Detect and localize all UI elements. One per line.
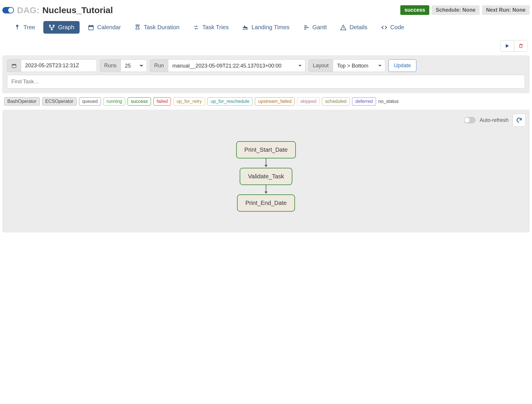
tab-label: Details [349,24,367,31]
operator-chip[interactable]: BashOperator [4,97,40,106]
tab-label: Gantt [313,24,327,31]
status-chip-skipped[interactable]: skipped [297,97,320,106]
runs-group: Runs 25 [100,59,147,72]
task-node[interactable]: Print_Start_Date [236,141,296,158]
status-chip-up-for-reschedule[interactable]: up_for_reschedule [207,97,253,106]
status-badge: success [400,5,429,15]
calendar-icon [88,24,94,31]
tab-tree[interactable]: Tree [9,21,40,34]
tab-gantt[interactable]: Gantt [298,21,332,34]
refresh-icon [516,117,522,123]
status-chip-running[interactable]: running [103,97,125,106]
update-button[interactable]: Update [388,59,416,72]
gantt-icon [303,24,310,31]
auto-refresh-toggle[interactable] [464,117,476,123]
tab-task-tries[interactable]: Task Tries [188,21,234,34]
run-label: Run [150,59,168,72]
svg-rect-2 [49,25,51,26]
dag-title: Nucleus_Tutorial [42,5,113,15]
dag-action-buttons [500,40,528,52]
tab-label: Task Tries [202,24,229,31]
task-node[interactable]: Print_End_Date [237,194,295,212]
svg-rect-10 [12,64,16,65]
status-chip-failed[interactable]: failed [153,97,171,106]
status-chip-success[interactable]: success [128,97,151,106]
edge-arrow [264,158,268,168]
calendar-icon [7,59,21,72]
tab-code[interactable]: Code [376,21,410,34]
trigger-dag-button[interactable] [500,40,514,51]
status-chip-scheduled[interactable]: scheduled [322,97,350,106]
runs-label: Runs [100,59,121,72]
tab-label: Calendar [97,24,121,31]
tab-graph[interactable]: Graph [43,21,80,34]
layout-select[interactable]: Top > Bottom [333,59,385,72]
retry-icon [193,24,199,31]
hourglass-icon [134,24,141,31]
task-node[interactable]: Validate_Task [240,168,292,185]
tab-label: Graph [58,24,74,31]
legend: BashOperator ECSOperator queued running … [2,93,530,110]
tab-label: Tree [23,24,35,31]
status-chip-queued[interactable]: queued [79,97,101,106]
tab-label: Task Duration [144,24,179,31]
base-date-group [7,59,97,72]
runs-select[interactable]: 25 [121,59,147,72]
svg-rect-3 [53,25,55,26]
no-status-label: no_status [378,99,399,104]
graph-icon [49,24,55,31]
dag-prefix: DAG: [17,5,40,15]
tab-label: Code [390,24,404,31]
play-icon [504,43,510,49]
svg-rect-4 [51,28,53,30]
status-chip-up-for-retry[interactable]: up_for_retry [173,97,205,106]
tab-landing-times[interactable]: Landing Times [237,21,295,34]
status-chip-deferred[interactable]: deferred [352,97,376,106]
schedule-badge: Schedule: None [432,5,480,15]
tree-icon [14,24,20,31]
run-group: Run manual__2023-05-09T21:22:45.137013+0… [150,59,306,72]
svg-rect-7 [89,25,90,26]
auto-refresh-label: Auto-refresh [480,117,509,123]
trash-icon [518,43,524,49]
find-task-input[interactable] [7,75,525,89]
tab-task-duration[interactable]: Task Duration [129,21,185,34]
svg-rect-1 [17,27,18,30]
landing-icon [242,24,248,31]
operator-chip[interactable]: ECSOperator [42,97,77,106]
svg-rect-6 [89,25,94,27]
status-chip-upstream-failed[interactable]: upstream_failed [255,97,295,106]
dag-enable-toggle[interactable] [2,7,14,13]
svg-rect-8 [92,25,93,26]
layout-label: Layout [308,59,333,72]
base-date-input[interactable] [21,59,97,72]
code-icon [381,24,387,31]
edge-arrow [264,185,268,194]
tab-label: Landing Times [251,24,289,31]
layout-group: Layout Top > Bottom [308,59,385,72]
delete-dag-button[interactable] [514,40,528,51]
run-select[interactable]: manual__2023-05-09T21:22:45.137013+00:00 [168,59,306,72]
details-icon [340,24,346,31]
svg-point-0 [16,25,18,27]
next-run-badge: Next Run: None [482,5,530,15]
tab-calendar[interactable]: Calendar [83,21,126,34]
refresh-button[interactable] [513,114,526,127]
tab-details[interactable]: Details [335,21,373,34]
